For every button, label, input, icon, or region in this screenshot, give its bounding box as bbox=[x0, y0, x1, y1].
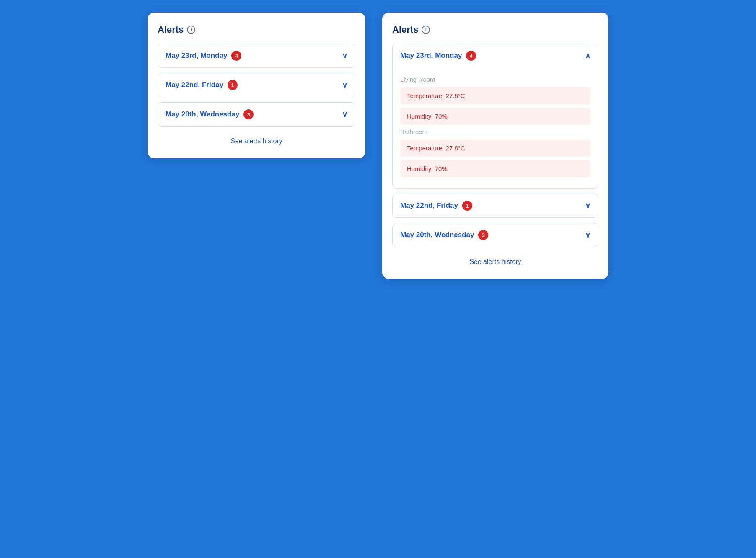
left-info-icon[interactable]: i bbox=[187, 26, 195, 34]
left-badge-1: 4 bbox=[231, 51, 241, 61]
right-accordion-header-1[interactable]: May 23rd, Monday 4 ∧ bbox=[393, 44, 598, 67]
left-title-text: Alerts bbox=[158, 24, 184, 35]
left-see-history-link[interactable]: See alerts history bbox=[158, 134, 355, 148]
left-chevron-1: ∨ bbox=[342, 51, 347, 60]
right-accordion-header-3[interactable]: May 20th, Wednesday 3 ∨ bbox=[393, 223, 598, 247]
right-title-text: Alerts bbox=[392, 24, 418, 35]
right-info-icon[interactable]: i bbox=[422, 26, 430, 34]
left-badge-2: 1 bbox=[228, 80, 238, 90]
right-accordion-item-2: May 22nd, Friday 1 ∨ bbox=[392, 194, 598, 218]
left-accordion-header-3[interactable]: May 20th, Wednesday 3 ∨ bbox=[158, 103, 355, 126]
right-date-3: May 20th, Wednesday bbox=[400, 231, 474, 239]
right-accordion-item-1: May 23rd, Monday 4 ∧ Living Room Tempera… bbox=[392, 44, 598, 189]
alert-row-bath-humidity: Humidity: 70% bbox=[400, 160, 590, 177]
left-header-left-2: May 22nd, Friday 1 bbox=[166, 80, 238, 90]
right-card-title: Alerts i bbox=[392, 24, 598, 35]
right-chevron-3: ∨ bbox=[585, 230, 590, 240]
right-badge-3: 3 bbox=[478, 230, 488, 240]
left-accordion-item-1: May 23rd, Monday 4 ∨ bbox=[158, 44, 355, 68]
right-chevron-1: ∧ bbox=[585, 51, 590, 60]
right-header-left-3: May 20th, Wednesday 3 bbox=[400, 230, 488, 240]
left-chevron-2: ∨ bbox=[342, 80, 347, 90]
left-date-3: May 20th, Wednesday bbox=[166, 110, 239, 119]
right-badge-2: 1 bbox=[462, 201, 472, 211]
right-header-left-2: May 22nd, Friday 1 bbox=[400, 201, 472, 211]
right-alerts-card: Alerts i May 23rd, Monday 4 ∧ Living Roo… bbox=[382, 13, 608, 279]
alert-row-lr-temp: Temperature: 27.8°C bbox=[400, 87, 590, 104]
room-label-bathroom: Bathroom bbox=[400, 128, 590, 135]
left-chevron-3: ∨ bbox=[342, 110, 347, 119]
left-accordion-item-2: May 22nd, Friday 1 ∨ bbox=[158, 73, 355, 97]
left-accordion-header-1[interactable]: May 23rd, Monday 4 ∨ bbox=[158, 44, 355, 67]
right-badge-1: 4 bbox=[466, 51, 476, 61]
right-header-left-1: May 23rd, Monday 4 bbox=[400, 51, 476, 61]
right-accordion-header-2[interactable]: May 22nd, Friday 1 ∨ bbox=[393, 194, 598, 217]
alert-row-lr-humidity: Humidity: 70% bbox=[400, 108, 590, 125]
alert-row-bath-temp: Temperature: 27.8°C bbox=[400, 140, 590, 157]
left-date-1: May 23rd, Monday bbox=[166, 52, 227, 60]
right-accordion-body-1: Living Room Temperature: 27.8°C Humidity… bbox=[393, 67, 598, 188]
left-date-2: May 22nd, Friday bbox=[166, 81, 223, 89]
left-alerts-card: Alerts i May 23rd, Monday 4 ∨ May 22nd, … bbox=[148, 13, 365, 158]
room-label-living-room: Living Room bbox=[400, 76, 590, 83]
right-chevron-2: ∨ bbox=[585, 201, 590, 210]
right-accordion-item-3: May 20th, Wednesday 3 ∨ bbox=[392, 223, 598, 247]
left-header-left-3: May 20th, Wednesday 3 bbox=[166, 109, 254, 119]
right-date-2: May 22nd, Friday bbox=[400, 202, 458, 210]
left-card-title: Alerts i bbox=[158, 24, 355, 35]
left-badge-3: 3 bbox=[243, 109, 254, 119]
left-accordion-item-3: May 20th, Wednesday 3 ∨ bbox=[158, 102, 355, 127]
right-date-1: May 23rd, Monday bbox=[400, 52, 462, 60]
right-see-history-link[interactable]: See alerts history bbox=[392, 255, 598, 269]
left-accordion-header-2[interactable]: May 22nd, Friday 1 ∨ bbox=[158, 73, 355, 97]
left-header-left-1: May 23rd, Monday 4 bbox=[166, 51, 241, 61]
